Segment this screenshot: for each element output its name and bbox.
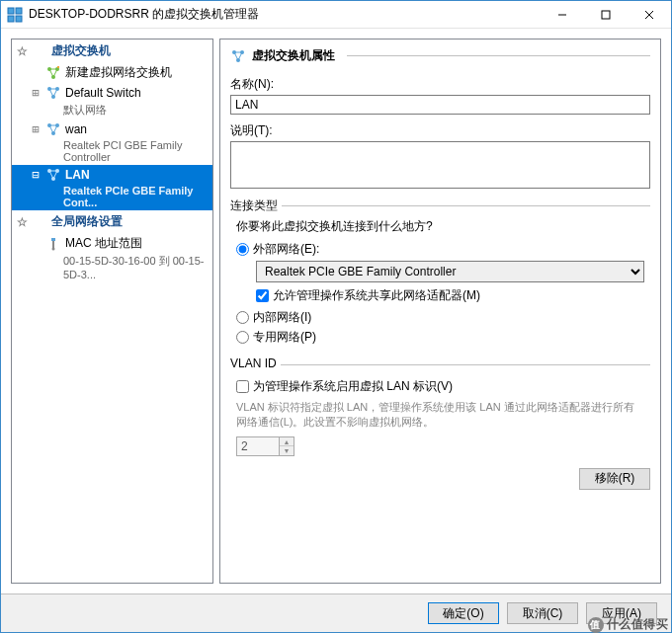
radio-external-input[interactable] bbox=[236, 243, 249, 256]
switch-icon bbox=[45, 121, 61, 137]
maximize-button[interactable] bbox=[584, 1, 628, 28]
svg-rect-3 bbox=[16, 16, 22, 22]
tree-item-label: MAC 地址范围 bbox=[65, 235, 209, 252]
vlan-enable-row[interactable]: 为管理操作系统启用虚拟 LAN 标识(V) bbox=[236, 378, 644, 395]
radio-internal-input[interactable] bbox=[236, 311, 249, 324]
close-button[interactable] bbox=[628, 1, 671, 28]
section-title-text: 虚拟交换机属性 bbox=[252, 47, 335, 64]
tree-item-mac-range[interactable]: MAC 地址范围 00-15-5D-30-16-00 到 00-15-5D-3.… bbox=[12, 233, 212, 282]
tree-item-label: Default Switch bbox=[65, 86, 209, 100]
tree-header-vswitch[interactable]: ☆ 虚拟交换机 bbox=[12, 40, 212, 62]
spin-down-icon: ▼ bbox=[280, 446, 294, 455]
svg-rect-2 bbox=[8, 16, 14, 22]
svg-rect-5 bbox=[602, 11, 610, 19]
tree-item-sublabel: Realtek PCIe GBE Family Cont... bbox=[12, 185, 212, 210]
switch-icon bbox=[45, 167, 61, 183]
tree-item-sublabel: Realtek PCI GBE Family Controller bbox=[12, 139, 212, 165]
tree-item-sublabel: 00-15-5D-30-16-00 到 00-15-5D-3... bbox=[12, 254, 212, 282]
connection-type-group: 连接类型 你要将此虚拟交换机连接到什么地方? 外部网络(E): Realtek … bbox=[230, 205, 650, 351]
switch-icon bbox=[230, 48, 246, 64]
apply-button[interactable]: 应用(A) bbox=[586, 602, 657, 624]
spinner-buttons: ▲ ▼ bbox=[280, 436, 294, 456]
virtual-switch-manager-window: DESKTOP-DODRSRR 的虚拟交换机管理器 ☆ 虚拟交换机 新建虚拟网络… bbox=[0, 0, 672, 633]
vlan-group: VLAN ID 为管理操作系统启用虚拟 LAN 标识(V) VLAN 标识符指定… bbox=[230, 364, 650, 458]
switch-icon bbox=[45, 85, 61, 101]
vlan-id-spinner: ▲ ▼ bbox=[236, 436, 294, 456]
connection-question: 你要将此虚拟交换机连接到什么地方? bbox=[236, 218, 644, 235]
switch-tree[interactable]: ☆ 虚拟交换机 新建虚拟网络交换机 ⊞ Default Switch bbox=[11, 39, 213, 584]
tree-item-label: wan bbox=[65, 122, 209, 136]
svg-rect-1 bbox=[16, 8, 22, 14]
window-body: ☆ 虚拟交换机 新建虚拟网络交换机 ⊞ Default Switch bbox=[1, 29, 671, 593]
collapse-icon: ☆ bbox=[16, 44, 28, 58]
svg-point-22 bbox=[52, 247, 55, 250]
tree-item-label: LAN bbox=[65, 168, 209, 182]
name-input[interactable] bbox=[230, 95, 650, 115]
radio-external-label: 外部网络(E): bbox=[253, 241, 319, 258]
radio-private-label: 专用网络(P) bbox=[253, 329, 316, 346]
remove-button[interactable]: 移除(R) bbox=[579, 468, 650, 490]
tree-item-lan[interactable]: ⊟ LAN Realtek PCIe GBE Family Cont... bbox=[12, 165, 212, 210]
dialog-footer: 确定(O) 取消(C) 应用(A) bbox=[1, 593, 671, 632]
spin-up-icon: ▲ bbox=[280, 437, 294, 446]
window-buttons bbox=[541, 1, 671, 28]
expand-icon[interactable]: ⊞ bbox=[30, 86, 42, 100]
properties-panel: 虚拟交换机属性 名称(N): 说明(T): 连接类型 你要将此虚拟交换机连接到什… bbox=[219, 39, 661, 584]
vlan-enable-label: 为管理操作系统启用虚拟 LAN 标识(V) bbox=[253, 378, 453, 395]
tree-header-global[interactable]: ☆ 全局网络设置 bbox=[12, 210, 212, 233]
radio-private-input[interactable] bbox=[236, 331, 249, 344]
section-title: 虚拟交换机属性 bbox=[230, 47, 650, 68]
mac-range-icon bbox=[45, 236, 61, 252]
description-textarea[interactable] bbox=[230, 141, 650, 189]
ok-button[interactable]: 确定(O) bbox=[428, 602, 499, 624]
tree-header-label: 虚拟交换机 bbox=[51, 42, 111, 59]
tree-header-label: 全局网络设置 bbox=[51, 213, 123, 230]
group-legend: 连接类型 bbox=[230, 198, 282, 214]
tree-item-default-switch[interactable]: ⊞ Default Switch 默认网络 bbox=[12, 83, 212, 119]
minimize-button[interactable] bbox=[541, 1, 584, 28]
allow-share-label: 允许管理操作系统共享此网络适配器(M) bbox=[273, 287, 480, 304]
tree-item-label: 新建虚拟网络交换机 bbox=[65, 64, 209, 81]
tree-item-wan[interactable]: ⊞ wan Realtek PCI GBE Family Controller bbox=[12, 119, 212, 165]
collapse-icon: ☆ bbox=[16, 215, 28, 229]
titlebar: DESKTOP-DODRSRR 的虚拟交换机管理器 bbox=[1, 1, 671, 29]
group-legend: VLAN ID bbox=[230, 356, 281, 370]
tree-item-new-vswitch[interactable]: 新建虚拟网络交换机 bbox=[12, 62, 212, 83]
window-title: DESKTOP-DODRSRR 的虚拟交换机管理器 bbox=[29, 6, 541, 23]
tree-item-sublabel: 默认网络 bbox=[12, 103, 212, 119]
expand-icon[interactable]: ⊞ bbox=[30, 122, 42, 136]
adapter-select[interactable]: Realtek PCIe GBE Family Controller bbox=[256, 261, 644, 282]
svg-rect-20 bbox=[51, 238, 55, 241]
cancel-button[interactable]: 取消(C) bbox=[507, 602, 578, 624]
allow-share-checkbox[interactable] bbox=[256, 289, 269, 302]
expand-icon[interactable]: ⊟ bbox=[30, 168, 42, 182]
app-icon bbox=[7, 7, 23, 23]
radio-external[interactable]: 外部网络(E): bbox=[236, 241, 644, 258]
svg-rect-0 bbox=[8, 8, 14, 14]
description-label: 说明(T): bbox=[230, 122, 650, 139]
switch-header-icon bbox=[32, 43, 47, 59]
name-label: 名称(N): bbox=[230, 76, 650, 93]
vlan-id-input bbox=[236, 436, 280, 456]
radio-internal-label: 内部网络(I) bbox=[253, 309, 311, 326]
allow-share-checkbox-row[interactable]: 允许管理操作系统共享此网络适配器(M) bbox=[256, 287, 644, 304]
vlan-hint: VLAN 标识符指定虚拟 LAN，管理操作系统使用该 LAN 通过此网络适配器进… bbox=[236, 400, 644, 431]
vlan-enable-checkbox[interactable] bbox=[236, 380, 249, 393]
new-switch-icon bbox=[45, 65, 61, 81]
global-header-icon bbox=[32, 214, 47, 230]
radio-private[interactable]: 专用网络(P) bbox=[236, 329, 644, 346]
radio-internal[interactable]: 内部网络(I) bbox=[236, 309, 644, 326]
